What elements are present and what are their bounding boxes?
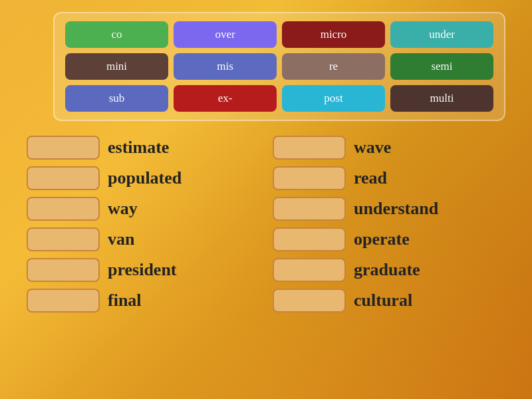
prefix-btn-sub[interactable]: sub (65, 85, 168, 112)
prefix-btn-under[interactable]: under (390, 21, 493, 48)
word-row: read (273, 166, 505, 190)
answer-box-left-4[interactable] (27, 258, 100, 282)
answer-box-left-2[interactable] (27, 197, 100, 221)
word-row: estimate (27, 136, 259, 160)
prefix-grid-wrapper: coovermicrounderminimisresemisubex-postm… (53, 12, 505, 121)
word-text: operate (354, 229, 410, 249)
prefix-btn-mis[interactable]: mis (174, 53, 277, 80)
prefix-btn-micro[interactable]: micro (282, 21, 385, 48)
word-row: graduate (273, 258, 505, 282)
word-row: populated (27, 166, 259, 190)
prefix-btn-semi[interactable]: semi (390, 53, 493, 80)
word-text: understand (354, 199, 438, 219)
left-column: estimatepopulatedwayvanpresidentfinal (27, 136, 259, 319)
main-container: coovermicrounderminimisresemisubex-postm… (0, 0, 532, 331)
word-text: graduate (354, 260, 420, 280)
word-text: cultural (354, 291, 412, 311)
word-row: operate (273, 227, 505, 251)
word-row: way (27, 197, 259, 221)
answer-box-left-5[interactable] (27, 289, 100, 313)
word-text: final (108, 291, 142, 311)
answer-box-right-4[interactable] (273, 258, 346, 282)
word-row: final (27, 289, 259, 313)
answer-box-right-3[interactable] (273, 227, 346, 251)
word-text: wave (354, 138, 391, 158)
word-text: populated (108, 168, 182, 188)
answer-box-right-2[interactable] (273, 197, 346, 221)
word-text: estimate (108, 138, 169, 158)
answer-box-right-5[interactable] (273, 289, 346, 313)
word-row: van (27, 227, 259, 251)
prefix-btn-post[interactable]: post (282, 85, 385, 112)
prefix-btn-re[interactable]: re (282, 53, 385, 80)
prefix-grid: coovermicrounderminimisresemisubex-postm… (65, 21, 493, 112)
prefix-btn-ex[interactable]: ex- (174, 85, 277, 112)
word-text: way (108, 199, 138, 219)
prefix-btn-mini[interactable]: mini (65, 53, 168, 80)
word-text: president (108, 260, 177, 280)
word-text: read (354, 168, 387, 188)
word-row: wave (273, 136, 505, 160)
answer-box-left-0[interactable] (27, 136, 100, 160)
answer-box-right-0[interactable] (273, 136, 346, 160)
word-row: cultural (273, 289, 505, 313)
answer-box-left-1[interactable] (27, 166, 100, 190)
word-row: understand (273, 197, 505, 221)
prefix-btn-over[interactable]: over (174, 21, 277, 48)
answer-box-right-1[interactable] (273, 166, 346, 190)
right-column: wavereadunderstandoperategraduatecultura… (273, 136, 505, 319)
word-columns: estimatepopulatedwayvanpresidentfinalwav… (20, 136, 512, 319)
prefix-btn-multi[interactable]: multi (390, 85, 493, 112)
answer-box-left-3[interactable] (27, 227, 100, 251)
prefix-btn-co[interactable]: co (65, 21, 168, 48)
word-row: president (27, 258, 259, 282)
word-text: van (108, 229, 134, 249)
